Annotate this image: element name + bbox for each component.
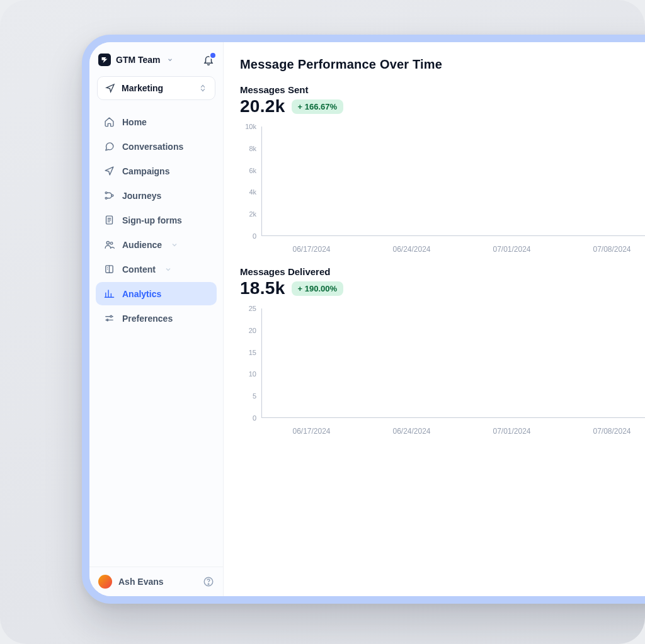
x-tick-label: 07/08/2024 bbox=[593, 245, 631, 254]
book-icon bbox=[103, 264, 115, 274]
y-tick-label: 15 bbox=[249, 349, 256, 356]
main-content: Message Performance Over Time Messages S… bbox=[224, 42, 645, 596]
sliders-icon bbox=[103, 313, 115, 324]
svg-point-7 bbox=[110, 315, 111, 317]
avatar[interactable] bbox=[98, 575, 112, 589]
y-tick-label: 10 bbox=[249, 370, 256, 378]
x-tick-label: 06/24/2024 bbox=[392, 427, 430, 436]
y-tick-label: 10k bbox=[245, 123, 256, 130]
form-icon bbox=[103, 215, 115, 225]
notification-dot-icon bbox=[210, 53, 215, 58]
help-button[interactable] bbox=[203, 576, 214, 587]
y-tick-label: 20 bbox=[249, 327, 256, 334]
sidebar: GTM Team Marketing bbox=[89, 42, 224, 596]
chevron-down-icon bbox=[164, 266, 172, 273]
svg-point-10 bbox=[208, 584, 209, 585]
sidebar-nav: HomeConversationsCampaignsJourneysSign-u… bbox=[89, 105, 223, 335]
y-tick-label: 0 bbox=[253, 414, 256, 422]
x-tick-label: 06/24/2024 bbox=[392, 245, 430, 254]
user-name: Ash Evans bbox=[118, 577, 164, 587]
sidebar-item-label: Journeys bbox=[122, 191, 161, 201]
sidebar-item-label: Analytics bbox=[122, 289, 161, 299]
sidebar-item-audience[interactable]: Audience bbox=[96, 233, 217, 256]
flow-icon bbox=[103, 190, 115, 201]
chevron-down-icon bbox=[167, 57, 173, 63]
sidebar-item-label: Campaigns bbox=[122, 166, 169, 176]
sidebar-item-label: Conversations bbox=[122, 142, 183, 152]
metric-label: Messages Sent bbox=[240, 84, 645, 95]
swap-vertical-icon bbox=[198, 84, 207, 93]
svg-point-4 bbox=[106, 242, 109, 244]
chat-icon bbox=[103, 141, 115, 152]
y-tick-label: 0 bbox=[253, 232, 256, 240]
chart-icon bbox=[103, 288, 115, 299]
sidebar-item-home[interactable]: Home bbox=[96, 110, 217, 133]
workspace-label: Marketing bbox=[122, 83, 163, 93]
compass-icon bbox=[105, 83, 115, 93]
y-tick-label: 8k bbox=[249, 145, 256, 152]
sidebar-item-label: Audience bbox=[122, 240, 162, 250]
sidebar-item-sign-up-forms[interactable]: Sign-up forms bbox=[96, 208, 217, 232]
metric-delivered-header: Messages Delivered 18.5k + 190.00% bbox=[240, 266, 645, 298]
home-icon bbox=[103, 116, 115, 127]
sidebar-item-content[interactable]: Content bbox=[96, 257, 217, 281]
notifications-button[interactable] bbox=[203, 54, 214, 65]
x-tick-label: 06/17/2024 bbox=[292, 427, 330, 436]
sidebar-item-conversations[interactable]: Conversations bbox=[96, 135, 217, 158]
chart-messages-sent: 02k4k6k8k10k06/17/202406/24/202407/01/20… bbox=[240, 123, 645, 255]
x-tick-label: 06/17/2024 bbox=[292, 245, 330, 254]
y-tick-label: 25 bbox=[249, 305, 256, 312]
sidebar-item-label: Preferences bbox=[122, 314, 173, 324]
y-tick-label: 2k bbox=[249, 210, 256, 218]
y-tick-label: 4k bbox=[249, 188, 256, 196]
svg-point-5 bbox=[110, 242, 113, 245]
chevron-down-icon bbox=[171, 241, 178, 249]
metric-value: 18.5k bbox=[240, 278, 285, 298]
x-tick-label: 07/01/2024 bbox=[493, 427, 530, 436]
metric-value: 20.2k bbox=[240, 96, 285, 116]
users-icon bbox=[103, 239, 115, 250]
sidebar-item-label: Home bbox=[122, 117, 147, 127]
send-icon bbox=[103, 166, 115, 176]
team-name: GTM Team bbox=[116, 55, 161, 65]
delta-badge: + 166.67% bbox=[292, 99, 344, 114]
page-title: Message Performance Over Time bbox=[240, 57, 645, 72]
x-tick-label: 07/01/2024 bbox=[493, 245, 530, 254]
sidebar-item-label: Content bbox=[122, 264, 156, 274]
y-tick-label: 5 bbox=[253, 392, 256, 400]
workspace-selector[interactable]: Marketing bbox=[97, 76, 215, 100]
metric-label: Messages Delivered bbox=[240, 266, 645, 277]
x-tick-label: 07/08/2024 bbox=[593, 427, 631, 436]
sidebar-item-journeys[interactable]: Journeys bbox=[96, 184, 217, 207]
delta-badge: + 190.00% bbox=[292, 281, 344, 296]
sidebar-item-label: Sign-up forms bbox=[122, 215, 182, 225]
sidebar-footer: Ash Evans bbox=[89, 567, 223, 596]
sidebar-item-campaigns[interactable]: Campaigns bbox=[96, 159, 217, 183]
team-switcher[interactable]: GTM Team bbox=[97, 50, 215, 70]
sidebar-item-analytics[interactable]: Analytics bbox=[96, 282, 217, 305]
metric-sent-header: Messages Sent 20.2k + 166.67% bbox=[240, 84, 645, 116]
sidebar-item-preferences[interactable]: Preferences bbox=[96, 307, 217, 330]
app-logo-icon bbox=[98, 54, 111, 66]
y-tick-label: 6k bbox=[249, 167, 256, 174]
chart-messages-delivered: 051015202506/17/202406/24/202407/01/2024… bbox=[240, 305, 645, 437]
